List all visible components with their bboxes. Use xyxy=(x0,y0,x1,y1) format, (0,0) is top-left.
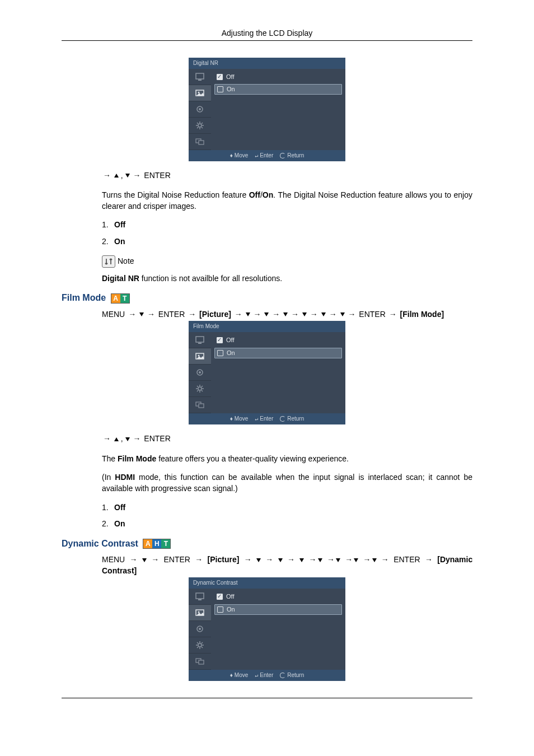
osd-film-mode: Film Mode xyxy=(189,321,345,424)
option-label: Off xyxy=(226,336,234,344)
move-label: Move xyxy=(235,152,248,160)
radio-icon xyxy=(217,74,223,80)
return-label: Return xyxy=(287,415,304,423)
svg-line-47 xyxy=(202,642,203,643)
svg-point-6 xyxy=(198,124,202,127)
header-rule xyxy=(62,40,472,41)
list-item: On xyxy=(114,237,125,246)
move-icon: ♦ xyxy=(230,415,233,423)
svg-line-28 xyxy=(197,386,198,387)
svg-point-40 xyxy=(198,643,202,647)
osd-sidebar-icons xyxy=(189,332,211,413)
osd-title: Dynamic Contrast xyxy=(189,577,345,589)
osd-icon-picture xyxy=(189,85,211,101)
option-label: On xyxy=(227,85,235,94)
osd-option-off[interactable]: Off xyxy=(214,335,342,345)
digital-nr-note: Digital NR function is not availble for … xyxy=(102,273,472,284)
return-label: Return xyxy=(287,152,304,160)
svg-line-31 xyxy=(197,390,198,391)
osd-option-off[interactable]: Off xyxy=(214,592,342,601)
menu-path-dynamic-contrast: MENU → → ENTER → [Picture] → → → → → → →… xyxy=(102,554,472,576)
note-label: Note xyxy=(118,256,134,267)
nav-sequence: → , → ENTER xyxy=(102,170,472,181)
option-label: On xyxy=(227,605,235,614)
svg-line-14 xyxy=(197,127,198,128)
osd-title: Digital NR xyxy=(189,58,345,69)
enter-label: Enter xyxy=(260,152,273,160)
radio-icon xyxy=(217,594,223,600)
svg-point-5 xyxy=(199,108,201,110)
move-label: Move xyxy=(235,415,248,423)
badge-tv-icon: T xyxy=(161,539,170,548)
up-arrow-icon xyxy=(114,437,119,441)
badge-hdmi-icon: H xyxy=(152,539,161,548)
osd-option-on[interactable]: On xyxy=(214,604,342,615)
osd-sidebar-icons xyxy=(189,69,211,150)
svg-rect-16 xyxy=(199,141,204,144)
radio-icon xyxy=(217,86,223,92)
osd-digital-nr: Digital NR xyxy=(189,58,345,161)
menu-path-film-mode: MENU → → ENTER → [Picture] → → → → → → →… xyxy=(102,309,472,320)
list-item: Off xyxy=(114,503,125,512)
osd-icon-setup xyxy=(189,118,211,134)
badge-av-icon: A xyxy=(111,294,120,303)
osd-icon-input xyxy=(189,69,211,85)
enter-icon: ↵ xyxy=(255,415,258,423)
osd-icon-sound xyxy=(189,621,211,637)
move-label: Move xyxy=(235,671,248,679)
osd-option-on[interactable]: On xyxy=(214,348,342,358)
svg-line-46 xyxy=(202,647,203,648)
osd-icon-multi xyxy=(189,654,211,670)
down-arrow-icon xyxy=(125,174,130,178)
osd-title: Film Mode xyxy=(189,321,345,332)
badge-tv-icon: T xyxy=(120,294,129,303)
svg-line-29 xyxy=(202,390,203,391)
svg-point-23 xyxy=(198,387,202,390)
osd-icon-multi xyxy=(189,134,211,150)
enter-text: ENTER xyxy=(144,434,170,443)
return-label: Return xyxy=(287,671,304,679)
down-arrow-icon xyxy=(125,437,130,441)
osd-icon-multi xyxy=(189,397,211,413)
osd-icon-sound xyxy=(189,365,211,381)
svg-rect-18 xyxy=(198,343,202,344)
osd-footer: ♦Move ↵Enter Return xyxy=(189,413,345,424)
option-label: On xyxy=(227,349,235,357)
osd-icon-setup xyxy=(189,381,211,397)
option-label: Off xyxy=(226,592,234,601)
enter-label: Enter xyxy=(260,415,273,423)
osd-icon-input xyxy=(189,332,211,348)
list-item: On xyxy=(114,519,125,528)
svg-rect-35 xyxy=(198,599,202,600)
svg-rect-0 xyxy=(196,73,204,79)
digital-nr-options-list: 1.Off 2.On xyxy=(102,220,472,247)
osd-option-off[interactable]: Off xyxy=(214,72,342,82)
svg-line-12 xyxy=(202,127,203,128)
radio-icon xyxy=(217,606,223,613)
svg-rect-1 xyxy=(198,80,202,81)
film-mode-description-2: (In HDMI mode, this function can be avai… xyxy=(102,472,472,494)
note-icon xyxy=(102,255,115,268)
enter-text: ENTER xyxy=(144,171,170,180)
nav-sequence: → , → ENTER xyxy=(102,433,472,445)
osd-icon-setup xyxy=(189,637,211,654)
osd-option-on[interactable]: On xyxy=(214,84,342,95)
return-icon xyxy=(280,673,285,678)
page-header: Adjusting the LCD Display xyxy=(62,28,472,39)
list-num: 1. xyxy=(102,220,114,231)
osd-icon-picture xyxy=(189,348,211,365)
enter-icon: ↵ xyxy=(255,152,258,160)
svg-line-30 xyxy=(202,386,203,387)
option-label: Off xyxy=(226,73,234,81)
svg-rect-33 xyxy=(199,404,204,408)
osd-icon-input xyxy=(189,589,211,605)
svg-rect-34 xyxy=(196,593,204,599)
osd-sidebar-icons xyxy=(189,589,211,670)
section-film-mode: Film Mode AT xyxy=(62,292,472,304)
svg-point-22 xyxy=(199,371,201,374)
osd-icon-sound xyxy=(189,101,211,118)
footer-rule xyxy=(62,698,472,698)
list-num: 1. xyxy=(102,502,114,514)
film-mode-description: The Film Mode feature offers you a theat… xyxy=(102,454,472,465)
mode-badges: AHT xyxy=(143,539,171,549)
